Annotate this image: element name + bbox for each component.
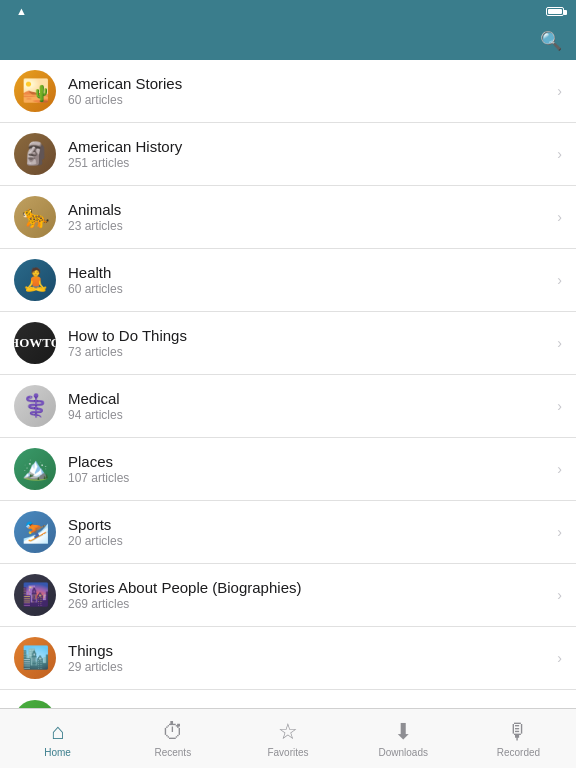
list-item-medical[interactable]: ⚕️ Medical 94 articles ›: [0, 375, 576, 438]
item-title-sports: Sports: [68, 516, 123, 533]
item-subtitle-places: 107 articles: [68, 471, 129, 485]
icon-emoji-medical: ⚕️: [22, 393, 49, 419]
status-bar: ▲: [0, 0, 576, 22]
item-title-how-to: How to Do Things: [68, 327, 187, 344]
icon-emoji-health: 🧘: [22, 267, 49, 293]
chevron-icon-american-stories: ›: [557, 83, 562, 99]
chevron-icon-sports: ›: [557, 524, 562, 540]
item-subtitle-sports: 20 articles: [68, 534, 123, 548]
list-item-studying[interactable]: 🌿 Studying in the USA 41 articles ›: [0, 690, 576, 708]
tab-icon-recorded: 🎙: [507, 719, 529, 745]
list-item-how-to[interactable]: HOWTO How to Do Things 73 articles ›: [0, 312, 576, 375]
item-subtitle-how-to: 73 articles: [68, 345, 187, 359]
tab-bar: ⌂ Home ⏱ Recents ☆ Favorites ⬇ Downloads…: [0, 708, 576, 768]
item-subtitle-medical: 94 articles: [68, 408, 123, 422]
item-text-biographies: Stories About People (Biographies) 269 a…: [68, 579, 301, 611]
chevron-icon-things: ›: [557, 650, 562, 666]
item-text-american-history: American History 251 articles: [68, 138, 182, 170]
tab-downloads[interactable]: ⬇ Downloads: [346, 709, 461, 768]
item-title-american-stories: American Stories: [68, 75, 182, 92]
item-icon-health: 🧘: [14, 259, 56, 301]
list-item-sports[interactable]: ⛷️ Sports 20 articles ›: [0, 501, 576, 564]
tab-icon-downloads: ⬇: [394, 719, 412, 745]
list-item-places[interactable]: 🏔️ Places 107 articles ›: [0, 438, 576, 501]
status-bar-left: ▲: [12, 5, 27, 17]
item-icon-how-to: HOWTO: [14, 322, 56, 364]
status-bar-right: [542, 7, 564, 16]
tab-recorded[interactable]: 🎙 Recorded: [461, 709, 576, 768]
item-title-biographies: Stories About People (Biographies): [68, 579, 301, 596]
item-icon-medical: ⚕️: [14, 385, 56, 427]
tab-label-recorded: Recorded: [497, 747, 540, 758]
item-text-american-stories: American Stories 60 articles: [68, 75, 182, 107]
icon-emoji-american-history: 🗿: [22, 141, 49, 167]
item-subtitle-american-history: 251 articles: [68, 156, 182, 170]
item-title-health: Health: [68, 264, 123, 281]
list-item-american-history[interactable]: 🗿 American History 251 articles ›: [0, 123, 576, 186]
icon-emoji-animals: 🐆: [22, 204, 49, 230]
icon-emoji-places: 🏔️: [22, 456, 49, 482]
tab-label-downloads: Downloads: [378, 747, 427, 758]
item-title-things: Things: [68, 642, 123, 659]
icon-emoji-sports: ⛷️: [22, 519, 49, 545]
chevron-icon-american-history: ›: [557, 146, 562, 162]
tab-favorites[interactable]: ☆ Favorites: [230, 709, 345, 768]
icon-emoji-american-stories: 🏜️: [22, 78, 49, 104]
item-title-places: Places: [68, 453, 129, 470]
item-title-animals: Animals: [68, 201, 123, 218]
item-icon-animals: 🐆: [14, 196, 56, 238]
tab-icon-favorites: ☆: [278, 719, 298, 745]
tab-label-home: Home: [44, 747, 71, 758]
chevron-icon-places: ›: [557, 461, 562, 477]
item-icon-biographies: 🌆: [14, 574, 56, 616]
tab-home[interactable]: ⌂ Home: [0, 709, 115, 768]
list-item-things[interactable]: 🏙️ Things 29 articles ›: [0, 627, 576, 690]
tab-recents[interactable]: ⏱ Recents: [115, 709, 230, 768]
chevron-icon-how-to: ›: [557, 335, 562, 351]
item-icon-american-history: 🗿: [14, 133, 56, 175]
item-subtitle-things: 29 articles: [68, 660, 123, 674]
nav-bar: 🔍: [0, 22, 576, 60]
chevron-icon-biographies: ›: [557, 587, 562, 603]
item-text-animals: Animals 23 articles: [68, 201, 123, 233]
chevron-icon-health: ›: [557, 272, 562, 288]
item-text-medical: Medical 94 articles: [68, 390, 123, 422]
chevron-icon-animals: ›: [557, 209, 562, 225]
list-item-animals[interactable]: 🐆 Animals 23 articles ›: [0, 186, 576, 249]
item-text-how-to: How to Do Things 73 articles: [68, 327, 187, 359]
item-subtitle-health: 60 articles: [68, 282, 123, 296]
list-item-biographies[interactable]: 🌆 Stories About People (Biographies) 269…: [0, 564, 576, 627]
item-text-places: Places 107 articles: [68, 453, 129, 485]
item-icon-sports: ⛷️: [14, 511, 56, 553]
item-icon-american-stories: 🏜️: [14, 70, 56, 112]
categories-list: 🏜️ American Stories 60 articles › 🗿 Amer…: [0, 60, 576, 708]
battery-icon: [546, 7, 564, 16]
tab-icon-home: ⌂: [51, 719, 64, 745]
icon-emoji-things: 🏙️: [22, 645, 49, 671]
item-text-things: Things 29 articles: [68, 642, 123, 674]
tab-icon-recents: ⏱: [162, 719, 184, 745]
item-title-medical: Medical: [68, 390, 123, 407]
list-item-american-stories[interactable]: 🏜️ American Stories 60 articles ›: [0, 60, 576, 123]
icon-text-how-to: HOWTO: [14, 335, 56, 351]
list-item-health[interactable]: 🧘 Health 60 articles ›: [0, 249, 576, 312]
item-text-sports: Sports 20 articles: [68, 516, 123, 548]
item-subtitle-biographies: 269 articles: [68, 597, 301, 611]
item-text-health: Health 60 articles: [68, 264, 123, 296]
item-subtitle-american-stories: 60 articles: [68, 93, 182, 107]
search-button[interactable]: 🔍: [540, 30, 562, 52]
tab-label-favorites: Favorites: [267, 747, 308, 758]
item-subtitle-animals: 23 articles: [68, 219, 123, 233]
item-icon-things: 🏙️: [14, 637, 56, 679]
icon-emoji-biographies: 🌆: [22, 582, 49, 608]
wifi-icon: ▲: [16, 5, 27, 17]
item-icon-studying: 🌿: [14, 700, 56, 708]
item-icon-places: 🏔️: [14, 448, 56, 490]
tab-label-recents: Recents: [154, 747, 191, 758]
item-title-american-history: American History: [68, 138, 182, 155]
chevron-icon-medical: ›: [557, 398, 562, 414]
